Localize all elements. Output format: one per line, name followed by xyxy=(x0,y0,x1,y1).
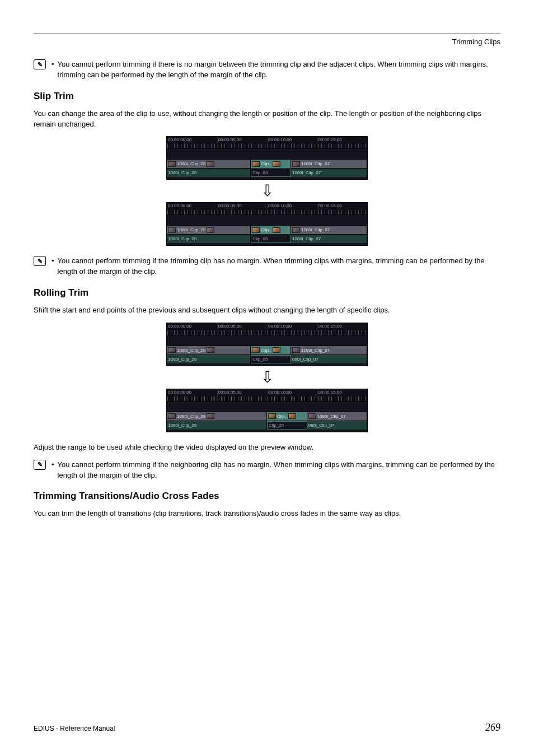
ruler-mark: 00:00:10;00 xyxy=(267,203,317,214)
rolling-adjust-text: Adjust the range to be used while checki… xyxy=(34,442,500,453)
ruler-mark: 00:00:05;00 xyxy=(217,137,268,148)
timeline-after: 00:00:00;00 00:00:05;00 00:00:10;00 00:0… xyxy=(166,202,368,246)
clip-thumbnail-icon xyxy=(207,413,214,419)
arrow-down-icon: ⇩ xyxy=(261,370,274,385)
clip-thumbnail-icon xyxy=(168,347,176,353)
note-text: You cannot perform trimming if there is … xyxy=(58,59,500,81)
slip-body: You can change the area of the clip to u… xyxy=(34,109,500,130)
timeline-before: 00:00:00;00 00:00:05;00 00:00:10;00 00:0… xyxy=(166,136,368,180)
clip-audio: 080i_Clip_07 xyxy=(307,421,367,430)
clip-thumbnail-icon xyxy=(252,161,260,167)
clip-video: 1080i_Clip_29 xyxy=(167,412,267,421)
ruler-mark: 00:00:15;00 xyxy=(317,203,368,214)
clip-thumbnail-icon xyxy=(168,227,176,233)
bullet-dot: • xyxy=(51,256,54,277)
clip-video-selected: Clip.. xyxy=(251,226,291,234)
ruler-mark: 00:00:10;00 xyxy=(267,389,317,401)
note-icon: ✎ xyxy=(34,59,46,69)
ruler-mark: 00:00:15;00 xyxy=(317,389,368,401)
clip-thumbnail-icon xyxy=(273,161,280,167)
clip-video-selected: Clip.. xyxy=(251,346,291,354)
arrow-down-icon: ⇩ xyxy=(261,183,274,199)
ruler-mark: 00:00:00;00 xyxy=(167,203,217,214)
footer-manual-title: EDIUS - Reference Manual xyxy=(34,725,115,732)
footer-page-number: 269 xyxy=(485,722,500,734)
clip-audio: 1080i_Clip_07 xyxy=(291,235,367,243)
clip-audio: 1080i_Clip_29 xyxy=(167,355,251,363)
clip-video: 1080i_Clip_29 xyxy=(167,226,251,234)
clip-video: 1080i_Clip_29 xyxy=(167,160,251,168)
clip-audio: 1080i_Clip_29 xyxy=(167,235,251,243)
clip-audio-selected: Clip_05 xyxy=(251,355,291,363)
ruler-mark: 00:00:00;00 xyxy=(167,389,217,401)
clip-thumbnail-icon xyxy=(207,161,214,167)
clip-audio-selected: Clip_05 xyxy=(267,421,307,430)
heading-rolling-trim: Rolling Trim xyxy=(34,287,500,298)
clip-thumbnail-icon xyxy=(292,161,300,167)
clip-video: 1080i_Clip_07 xyxy=(307,412,367,421)
note-text: You cannot perform trimming if the neigh… xyxy=(58,460,500,481)
clip-audio-selected: Clip_05 xyxy=(251,169,291,177)
clip-thumbnail-icon xyxy=(308,413,316,419)
bullet-dot: • xyxy=(51,59,54,81)
bullet-dot: • xyxy=(51,460,54,481)
clip-thumbnail-icon xyxy=(168,161,176,167)
ruler-mark: 00:00:00;00 xyxy=(167,137,217,148)
heading-slip-trim: Slip Trim xyxy=(34,91,500,102)
clip-audio-selected: Clip_05 xyxy=(251,235,291,243)
clip-thumbnail-icon xyxy=(252,347,260,353)
note-icon: ✎ xyxy=(34,256,46,266)
clip-audio: 080i_Clip_07 xyxy=(291,355,367,363)
clip-video: 1080i_Clip_29 xyxy=(167,346,251,354)
rolling-diagram: 00:00:00;00 00:00:05;00 00:00:10;00 00:0… xyxy=(34,323,500,432)
ruler-mark: 00:00:10;00 xyxy=(267,137,317,148)
clip-thumbnail-icon xyxy=(207,227,214,233)
clip-video: 1080i_Clip_07 xyxy=(291,346,367,354)
clip-thumbnail-icon xyxy=(292,227,300,233)
clip-thumbnail-icon xyxy=(273,347,280,353)
clip-thumbnail-icon xyxy=(273,227,280,233)
clip-thumbnail-icon xyxy=(252,227,260,233)
clip-thumbnail-icon xyxy=(288,413,296,419)
heading-transitions: Trimming Transitions/Audio Cross Fades xyxy=(34,491,500,502)
ruler-mark: 00:00:05;00 xyxy=(217,203,268,214)
transitions-body: You can trim the length of transitions (… xyxy=(34,508,500,519)
clip-video-selected: Clip.. xyxy=(267,412,307,421)
ruler-mark: 00:00:05;00 xyxy=(217,389,268,401)
header-breadcrumb: Trimming Clips xyxy=(34,38,500,46)
clip-audio: 1080i_Clip_29 xyxy=(167,169,251,177)
clip-audio: 1080i_Clip_07 xyxy=(291,169,367,177)
rolling-body: Shift the start and end points of the pr… xyxy=(34,305,500,316)
ruler-mark: 00:00:10;00 xyxy=(267,323,317,335)
clip-thumbnail-icon xyxy=(292,347,300,353)
slip-diagram: 00:00:00;00 00:00:05;00 00:00:10;00 00:0… xyxy=(34,136,500,246)
ruler-mark: 00:00:15;00 xyxy=(317,137,368,148)
clip-thumbnail-icon xyxy=(168,413,176,419)
ruler-mark: 00:00:05;00 xyxy=(217,323,268,335)
clip-thumbnail-icon xyxy=(268,413,276,419)
clip-video-selected: Clip.. xyxy=(251,160,291,168)
timeline-before: 00:00:00;00 00:00:05;00 00:00:10;00 00:0… xyxy=(166,323,368,366)
clip-video: 1080i_Clip_07 xyxy=(291,160,367,168)
clip-audio: 1080i_Clip_29 xyxy=(167,421,267,430)
clip-video: 1080i_Clip_07 xyxy=(291,226,367,234)
note-icon: ✎ xyxy=(34,460,46,470)
clip-thumbnail-icon xyxy=(207,347,214,353)
ruler-mark: 00:00:00;00 xyxy=(167,323,217,335)
timeline-after: 00:00:00;00 00:00:05;00 00:00:10;00 00:0… xyxy=(166,389,368,432)
note-text: You cannot perform trimming if the trimm… xyxy=(58,256,500,277)
ruler-mark: 00:00:15;00 xyxy=(317,323,368,335)
